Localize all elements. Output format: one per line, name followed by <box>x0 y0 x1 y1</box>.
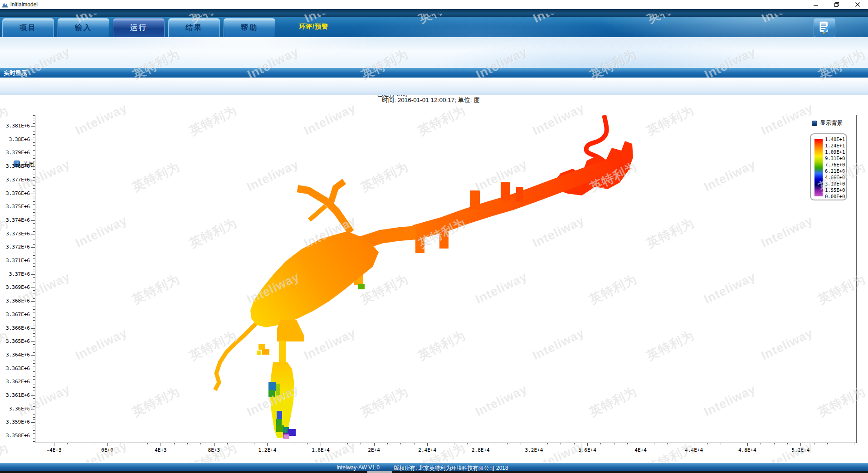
menu-bar: 项目输入运行结果帮助 环评/预警 <box>0 17 868 37</box>
taskbar-notch <box>367 471 392 473</box>
x-minor-tick <box>174 443 175 444</box>
x-tick-label: 4.4E+4 <box>680 447 707 453</box>
y-minor-tick <box>33 164 35 164</box>
y-minor-tick <box>33 312 35 312</box>
y-tick-label: 3.37E+6 <box>3 271 30 277</box>
y-minor-tick <box>33 404 35 404</box>
x-minor-tick <box>841 443 841 444</box>
legend-value: 0.00E+0 <box>825 194 845 199</box>
x-minor-tick <box>454 443 454 444</box>
y-minor-tick <box>33 137 35 137</box>
y-minor-tick <box>33 175 35 175</box>
x-minor-tick <box>787 443 788 444</box>
y-minor-tick <box>33 361 35 361</box>
x-minor-tick <box>414 443 414 444</box>
y-minor-tick <box>33 379 35 380</box>
x-minor-tick <box>307 443 308 444</box>
y-minor-tick <box>33 412 35 412</box>
y-major-tick <box>31 395 35 396</box>
y-minor-tick <box>33 333 35 334</box>
y-major-tick <box>31 140 35 140</box>
y-tick-label: 3.358E+6 <box>3 433 30 439</box>
x-minor-tick <box>200 443 201 444</box>
legend-value: 4.66E+0 <box>825 175 845 180</box>
x-minor-tick <box>667 443 668 444</box>
y-minor-tick <box>33 215 35 215</box>
y-minor-tick <box>33 433 35 434</box>
y-minor-tick <box>33 188 35 189</box>
x-minor-tick <box>734 443 734 444</box>
y-minor-tick <box>33 231 35 232</box>
tab-input[interactable]: 输入 <box>58 18 109 37</box>
y-minor-tick <box>33 277 35 278</box>
colorbar-gradient <box>814 139 823 196</box>
bottom-strip <box>0 471 868 473</box>
x-minor-tick <box>574 443 575 444</box>
report-document-button[interactable] <box>814 18 835 37</box>
x-major-tick <box>427 443 428 446</box>
y-minor-tick <box>33 158 35 159</box>
x-tick-label: 2.8E+4 <box>467 447 494 453</box>
y-major-tick <box>31 301 35 302</box>
x-tick-label: 5.2E+4 <box>787 447 814 453</box>
y-tick-label: 3.369E+6 <box>3 284 30 290</box>
y-major-tick <box>31 341 35 342</box>
x-minor-tick <box>254 443 254 444</box>
y-minor-tick <box>33 191 35 191</box>
document-pencil-icon <box>817 20 832 35</box>
y-minor-tick <box>33 196 35 196</box>
y-minor-tick <box>33 229 35 229</box>
status-bar: Intelway-AW V1.0 版权所有: 北京英特利为环境科技有限公司 20… <box>0 463 868 471</box>
x-tick-label: 0E+0 <box>94 447 121 453</box>
tab-project[interactable]: 项目 <box>2 18 54 37</box>
y-minor-tick <box>33 350 35 350</box>
y-minor-tick <box>33 317 35 318</box>
y-tick-label: 3.372E+6 <box>3 244 30 250</box>
y-minor-tick <box>33 199 35 199</box>
tab-env-warning[interactable]: 环评/预警 <box>299 23 328 31</box>
y-minor-tick <box>33 358 35 358</box>
minimize-button[interactable] <box>805 0 826 9</box>
y-minor-tick <box>33 283 35 283</box>
x-minor-tick <box>147 443 148 444</box>
y-minor-tick <box>33 212 35 213</box>
x-minor-tick <box>134 443 134 444</box>
realtime-display-header: 实时显示 <box>0 68 868 78</box>
y-tick-label: 3.373E+6 <box>3 231 30 237</box>
tab-run[interactable]: 运行 <box>113 18 165 37</box>
x-minor-tick <box>387 443 388 444</box>
close-button[interactable] <box>847 0 868 9</box>
y-major-tick <box>31 166 35 167</box>
time-unit-label: 时间: 2016-01-01 12:00:17; 单位: 度 <box>382 96 479 104</box>
y-minor-tick <box>33 296 35 296</box>
display-controls: ✓ 关闭图形显示 指标 水温 水层 1 输出间隔(小时) 6 自定义图谱 显示网… <box>0 78 868 95</box>
x-tick-label: 2.4E+4 <box>414 447 441 453</box>
x-minor-tick <box>761 443 761 444</box>
y-major-tick <box>31 315 35 315</box>
x-minor-tick <box>561 443 561 444</box>
x-minor-tick <box>494 443 494 444</box>
y-minor-tick <box>33 307 35 307</box>
y-minor-tick <box>33 390 35 390</box>
tab-help[interactable]: 帮助 <box>224 18 275 37</box>
y-minor-tick <box>33 250 35 250</box>
y-tick-label: 3.374E+6 <box>3 217 30 223</box>
x-major-tick <box>214 443 215 446</box>
y-minor-tick <box>33 385 35 385</box>
x-minor-tick <box>600 443 601 444</box>
x-minor-tick <box>654 443 654 444</box>
y-minor-tick <box>33 290 35 291</box>
x-minor-tick <box>361 443 361 444</box>
watermark-text: 英特利为 <box>0 327 11 364</box>
y-major-tick <box>31 153 35 153</box>
x-major-tick <box>587 443 588 446</box>
y-tick-label: 3.367E+6 <box>3 312 30 317</box>
y-tick-label: 3.363E+6 <box>3 366 30 371</box>
restore-button[interactable] <box>826 0 847 9</box>
y-minor-tick <box>33 156 35 156</box>
tab-results[interactable]: 结果 <box>168 18 220 37</box>
y-minor-tick <box>33 417 35 418</box>
show-background-checkbox[interactable] <box>812 121 817 126</box>
y-minor-tick <box>33 406 35 407</box>
watermark-text: 英特利为 <box>0 439 11 463</box>
